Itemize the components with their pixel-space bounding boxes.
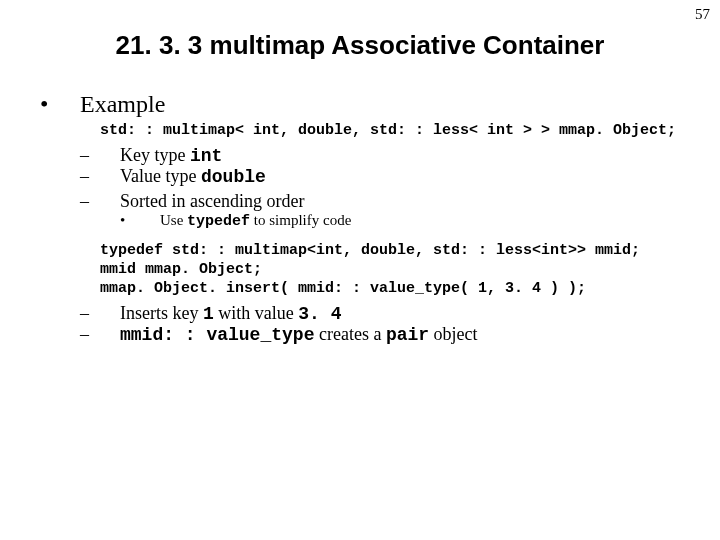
inserts-key: 1 [203, 304, 214, 324]
bullet-example: •Example [80, 91, 680, 118]
keytype-pre: Key type [120, 145, 190, 165]
bullet-inserts: –Inserts key 1 with value 3. 4 [120, 303, 680, 324]
valuetype-code: double [201, 167, 266, 187]
inserts-pre: Inserts key [120, 303, 203, 323]
valuetype-pre: Value type [120, 166, 201, 186]
inserts-mid: with value [214, 303, 298, 323]
slide-content: •Example std: : multimap< int, double, s… [60, 91, 680, 345]
codeblock-declare: mmid mmap. Object; [100, 261, 680, 278]
bullet-icon: • [60, 91, 80, 118]
inserts-value: 3. 4 [298, 304, 341, 324]
dash-icon: – [100, 166, 120, 187]
keytype-code: int [190, 146, 222, 166]
dash-icon: – [100, 191, 120, 212]
slide-title: 21. 3. 3 multimap Associative Container [0, 30, 720, 61]
dash-icon: – [100, 303, 120, 324]
mmid-post: object [429, 324, 477, 344]
mmid-code: mmid: : value_type [120, 325, 314, 345]
typedef-post: to simplify code [250, 212, 351, 228]
bullet-keytype: –Key type int [120, 145, 680, 166]
code-line-decl: std: : multimap< int, double, std: : les… [100, 122, 680, 139]
codeblock-insert: mmap. Object. insert( mmid: : value_type… [100, 280, 680, 297]
bullet-valuetype: –Value type double [120, 166, 680, 187]
mmid-mid: creates a [314, 324, 385, 344]
dash-icon: – [100, 324, 120, 345]
codeblock-typedef: typedef std: : multimap<int, double, std… [100, 242, 680, 259]
bullet-icon: • [140, 212, 160, 229]
example-label: Example [80, 91, 165, 117]
typedef-pre: Use [160, 212, 187, 228]
sorted-text: Sorted in ascending order [120, 191, 304, 211]
typedef-code: typedef [187, 213, 250, 230]
bullet-sorted: –Sorted in ascending order [120, 191, 680, 212]
bullet-mmid: –mmid: : value_type creates a pair objec… [120, 324, 680, 345]
mmid-pair: pair [386, 325, 429, 345]
page-number: 57 [695, 6, 710, 23]
bullet-typedef: •Use typedef to simplify code [160, 212, 680, 230]
dash-icon: – [100, 145, 120, 166]
